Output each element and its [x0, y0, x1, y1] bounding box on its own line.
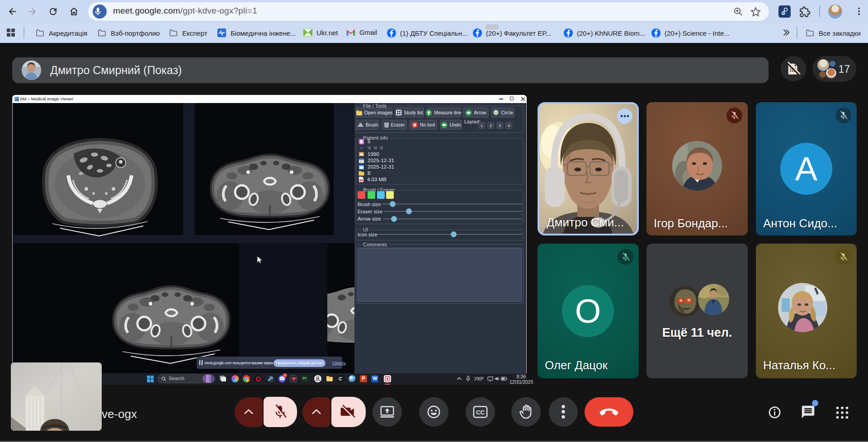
svg-text:CC: CC: [476, 409, 485, 416]
